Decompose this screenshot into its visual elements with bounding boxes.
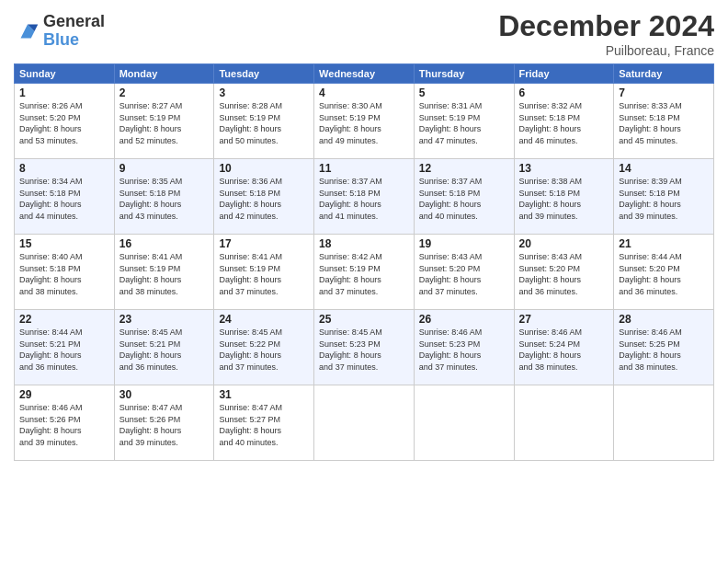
header: General Blue December 2024 Puilboreau, F…: [14, 9, 714, 58]
day-number: 26: [419, 313, 509, 326]
calendar-day-cell: 24Sunrise: 8:45 AM Sunset: 5:22 PM Dayli…: [214, 310, 314, 385]
calendar-body: 1Sunrise: 8:26 AM Sunset: 5:20 PM Daylig…: [15, 84, 714, 461]
weekday-header-row: SundayMondayTuesdayWednesdayThursdayFrid…: [15, 64, 714, 84]
calendar-table: SundayMondayTuesdayWednesdayThursdayFrid…: [14, 63, 714, 461]
day-number: 2: [119, 86, 210, 99]
day-info: Sunrise: 8:43 AM Sunset: 5:20 PM Dayligh…: [419, 251, 509, 297]
day-info: Sunrise: 8:41 AM Sunset: 5:19 PM Dayligh…: [219, 251, 309, 297]
day-info: Sunrise: 8:27 AM Sunset: 5:19 PM Dayligh…: [119, 100, 210, 146]
day-number: 29: [19, 388, 109, 401]
calendar-day-cell: 28Sunrise: 8:46 AM Sunset: 5:25 PM Dayli…: [614, 310, 714, 385]
day-info: Sunrise: 8:32 AM Sunset: 5:18 PM Dayligh…: [519, 100, 609, 146]
calendar-week-row: 8Sunrise: 8:34 AM Sunset: 5:18 PM Daylig…: [15, 159, 714, 235]
day-info: Sunrise: 8:45 AM Sunset: 5:22 PM Dayligh…: [219, 327, 309, 373]
weekday-header-cell: Saturday: [614, 64, 714, 84]
calendar-day-cell: 29Sunrise: 8:46 AM Sunset: 5:26 PM Dayli…: [15, 385, 115, 461]
day-number: 5: [419, 86, 509, 99]
calendar-week-row: 1Sunrise: 8:26 AM Sunset: 5:20 PM Daylig…: [15, 84, 714, 159]
day-info: Sunrise: 8:36 AM Sunset: 5:18 PM Dayligh…: [219, 176, 309, 222]
day-info: Sunrise: 8:46 AM Sunset: 5:23 PM Dayligh…: [419, 327, 509, 373]
calendar-day-cell: [414, 385, 514, 461]
day-number: 7: [619, 86, 709, 99]
calendar-day-cell: [314, 385, 415, 461]
day-info: Sunrise: 8:35 AM Sunset: 5:18 PM Dayligh…: [119, 176, 210, 222]
day-number: 11: [319, 162, 409, 175]
day-info: Sunrise: 8:34 AM Sunset: 5:18 PM Dayligh…: [19, 176, 109, 222]
page-container: General Blue December 2024 Puilboreau, F…: [0, 0, 728, 470]
day-info: Sunrise: 8:40 AM Sunset: 5:18 PM Dayligh…: [19, 251, 109, 297]
day-number: 8: [19, 162, 109, 175]
day-info: Sunrise: 8:28 AM Sunset: 5:19 PM Dayligh…: [219, 100, 309, 146]
weekday-header-cell: Wednesday: [314, 64, 415, 84]
calendar-day-cell: 8Sunrise: 8:34 AM Sunset: 5:18 PM Daylig…: [15, 159, 115, 235]
day-number: 19: [419, 237, 509, 250]
calendar-day-cell: 13Sunrise: 8:38 AM Sunset: 5:18 PM Dayli…: [514, 159, 614, 235]
calendar-day-cell: 4Sunrise: 8:30 AM Sunset: 5:19 PM Daylig…: [314, 84, 415, 159]
day-number: 13: [519, 162, 609, 175]
logo-line1: General: [43, 12, 105, 30]
day-number: 17: [219, 237, 309, 250]
calendar-day-cell: 12Sunrise: 8:37 AM Sunset: 5:18 PM Dayli…: [414, 159, 514, 235]
calendar-day-cell: 6Sunrise: 8:32 AM Sunset: 5:18 PM Daylig…: [514, 84, 614, 159]
day-number: 1: [19, 86, 109, 99]
day-info: Sunrise: 8:43 AM Sunset: 5:20 PM Dayligh…: [519, 251, 609, 297]
calendar-day-cell: 16Sunrise: 8:41 AM Sunset: 5:19 PM Dayli…: [114, 235, 214, 310]
calendar-day-cell: 20Sunrise: 8:43 AM Sunset: 5:20 PM Dayli…: [514, 235, 614, 310]
calendar-day-cell: 11Sunrise: 8:37 AM Sunset: 5:18 PM Dayli…: [314, 159, 415, 235]
calendar-day-cell: 1Sunrise: 8:26 AM Sunset: 5:20 PM Daylig…: [15, 84, 115, 159]
day-info: Sunrise: 8:37 AM Sunset: 5:18 PM Dayligh…: [419, 176, 509, 222]
day-info: Sunrise: 8:46 AM Sunset: 5:24 PM Dayligh…: [519, 327, 609, 373]
day-info: Sunrise: 8:44 AM Sunset: 5:21 PM Dayligh…: [19, 327, 109, 373]
weekday-header-cell: Sunday: [15, 64, 115, 84]
day-number: 30: [119, 388, 210, 401]
calendar-day-cell: [614, 385, 714, 461]
title-block: December 2024 Puilboreau, France: [498, 9, 714, 58]
day-number: 21: [619, 237, 709, 250]
calendar-day-cell: [514, 385, 614, 461]
calendar-week-row: 15Sunrise: 8:40 AM Sunset: 5:18 PM Dayli…: [15, 235, 714, 310]
calendar-day-cell: 2Sunrise: 8:27 AM Sunset: 5:19 PM Daylig…: [114, 84, 214, 159]
calendar-day-cell: 17Sunrise: 8:41 AM Sunset: 5:19 PM Dayli…: [214, 235, 314, 310]
day-info: Sunrise: 8:30 AM Sunset: 5:19 PM Dayligh…: [319, 100, 409, 146]
day-info: Sunrise: 8:38 AM Sunset: 5:18 PM Dayligh…: [519, 176, 609, 222]
day-info: Sunrise: 8:46 AM Sunset: 5:26 PM Dayligh…: [19, 402, 109, 448]
day-number: 25: [319, 313, 409, 326]
logo-text: General Blue: [43, 13, 105, 50]
day-info: Sunrise: 8:41 AM Sunset: 5:19 PM Dayligh…: [119, 251, 210, 297]
logo-icon: [14, 17, 41, 45]
day-info: Sunrise: 8:31 AM Sunset: 5:19 PM Dayligh…: [419, 100, 509, 146]
calendar-day-cell: 18Sunrise: 8:42 AM Sunset: 5:19 PM Dayli…: [314, 235, 415, 310]
calendar-day-cell: 19Sunrise: 8:43 AM Sunset: 5:20 PM Dayli…: [414, 235, 514, 310]
calendar-day-cell: 9Sunrise: 8:35 AM Sunset: 5:18 PM Daylig…: [114, 159, 214, 235]
weekday-header-cell: Monday: [114, 64, 214, 84]
day-number: 24: [219, 313, 309, 326]
day-number: 18: [319, 237, 409, 250]
day-info: Sunrise: 8:46 AM Sunset: 5:25 PM Dayligh…: [619, 327, 709, 373]
calendar-day-cell: 30Sunrise: 8:47 AM Sunset: 5:26 PM Dayli…: [114, 385, 214, 461]
day-number: 10: [219, 162, 309, 175]
calendar-day-cell: 3Sunrise: 8:28 AM Sunset: 5:19 PM Daylig…: [214, 84, 314, 159]
day-number: 22: [19, 313, 109, 326]
calendar-day-cell: 25Sunrise: 8:45 AM Sunset: 5:23 PM Dayli…: [314, 310, 415, 385]
day-info: Sunrise: 8:26 AM Sunset: 5:20 PM Dayligh…: [19, 100, 109, 146]
calendar-week-row: 29Sunrise: 8:46 AM Sunset: 5:26 PM Dayli…: [15, 385, 714, 461]
day-info: Sunrise: 8:42 AM Sunset: 5:19 PM Dayligh…: [319, 251, 409, 297]
calendar-day-cell: 7Sunrise: 8:33 AM Sunset: 5:18 PM Daylig…: [614, 84, 714, 159]
calendar-day-cell: 23Sunrise: 8:45 AM Sunset: 5:21 PM Dayli…: [114, 310, 214, 385]
calendar-day-cell: 27Sunrise: 8:46 AM Sunset: 5:24 PM Dayli…: [514, 310, 614, 385]
calendar-day-cell: 31Sunrise: 8:47 AM Sunset: 5:27 PM Dayli…: [214, 385, 314, 461]
day-info: Sunrise: 8:47 AM Sunset: 5:27 PM Dayligh…: [219, 402, 309, 448]
day-number: 12: [419, 162, 509, 175]
day-info: Sunrise: 8:44 AM Sunset: 5:20 PM Dayligh…: [619, 251, 709, 297]
day-number: 20: [519, 237, 609, 250]
day-number: 9: [119, 162, 210, 175]
calendar-day-cell: 14Sunrise: 8:39 AM Sunset: 5:18 PM Dayli…: [614, 159, 714, 235]
day-info: Sunrise: 8:37 AM Sunset: 5:18 PM Dayligh…: [319, 176, 409, 222]
calendar-day-cell: 10Sunrise: 8:36 AM Sunset: 5:18 PM Dayli…: [214, 159, 314, 235]
month-title: December 2024: [498, 9, 714, 43]
calendar-day-cell: 21Sunrise: 8:44 AM Sunset: 5:20 PM Dayli…: [614, 235, 714, 310]
weekday-header-cell: Friday: [514, 64, 614, 84]
day-number: 14: [619, 162, 709, 175]
logo-line2: Blue: [43, 30, 79, 49]
day-info: Sunrise: 8:45 AM Sunset: 5:23 PM Dayligh…: [319, 327, 409, 373]
